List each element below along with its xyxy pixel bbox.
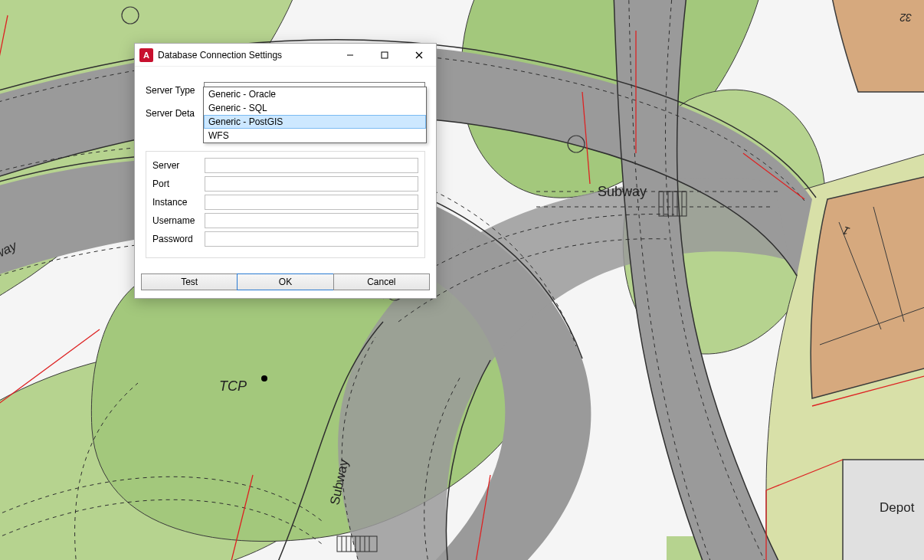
svg-point-32 [261, 375, 267, 382]
server-input[interactable] [205, 158, 418, 173]
instance-label: Instance [152, 197, 200, 208]
username-label: Username [152, 215, 200, 226]
dialog-button-bar: Test OK Cancel [135, 266, 436, 298]
server-label: Server [152, 160, 200, 171]
test-button[interactable]: Test [141, 273, 238, 290]
instance-input[interactable] [205, 195, 418, 210]
map-label-depot: Depot [880, 500, 915, 515]
port-input[interactable] [205, 176, 418, 192]
dropdown-option-oracle[interactable]: Generic - Oracle [204, 87, 426, 101]
username-input[interactable] [205, 213, 418, 228]
minimize-icon [346, 51, 354, 59]
cancel-button[interactable]: Cancel [333, 273, 430, 290]
database-connection-dialog: A Database Connection Settings Server Ty… [134, 43, 437, 299]
app-icon: A [139, 48, 153, 62]
svg-rect-34 [382, 52, 388, 58]
server-type-dropdown[interactable]: Generic - Oracle Generic - SQL Generic -… [203, 87, 427, 143]
close-button[interactable] [401, 44, 436, 67]
server-type-label: Server Type [146, 85, 199, 96]
map-label-tcp: TCP [219, 378, 247, 394]
maximize-icon [381, 51, 388, 59]
dropdown-option-wfs[interactable]: WFS [204, 129, 426, 142]
password-input[interactable] [205, 231, 418, 247]
dropdown-option-sql[interactable]: Generic - SQL [204, 101, 426, 115]
titlebar[interactable]: A Database Connection Settings [135, 44, 436, 67]
dropdown-option-postgis[interactable]: Generic - PostGIS [204, 115, 426, 129]
close-icon [415, 51, 423, 59]
port-label: Port [152, 178, 200, 189]
maximize-button[interactable] [367, 44, 401, 67]
minimize-button[interactable] [333, 44, 367, 67]
password-label: Password [152, 234, 200, 244]
map-label-32: 32 [899, 11, 912, 24]
map-label-subway-right: Subway [598, 184, 647, 199]
ok-button[interactable]: OK [237, 273, 333, 290]
dialog-title: Database Connection Settings [158, 50, 282, 61]
